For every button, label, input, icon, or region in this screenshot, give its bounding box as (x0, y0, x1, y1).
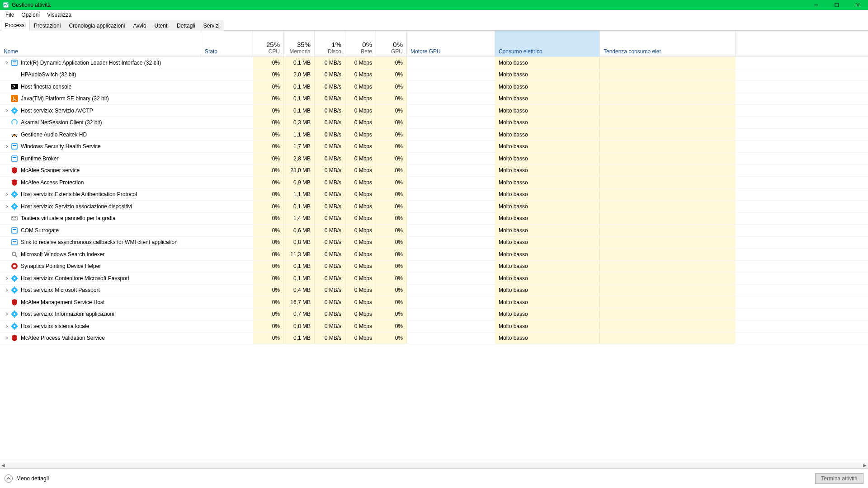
col-header-gpu-engine[interactable]: Motore GPU (407, 31, 495, 56)
svg-point-59 (14, 289, 15, 291)
tab-servizi[interactable]: Servizi (199, 20, 224, 31)
svg-rect-42 (12, 228, 17, 233)
col-header-power[interactable]: Consumo elettrico (495, 31, 600, 56)
expand-icon[interactable] (4, 61, 10, 65)
cell-disk: 0 MB/s (315, 272, 345, 284)
process-name: McAfee Management Service Host (21, 299, 104, 305)
expand-icon[interactable] (4, 145, 10, 148)
menu-options[interactable]: Opzioni (18, 11, 43, 19)
col-header-disk[interactable]: 1%Disco (315, 31, 345, 56)
table-row[interactable]: Host servizio: sistema locale0%0,8 MB0 M… (0, 320, 868, 333)
end-task-button[interactable]: Termina attività (815, 473, 863, 484)
cell-status (201, 333, 253, 344)
minimize-button[interactable] (806, 0, 826, 10)
cell-network: 0 Mbps (345, 201, 376, 212)
cell-cpu: 0% (253, 320, 284, 332)
svg-line-49 (15, 255, 17, 257)
table-row[interactable]: McAfee Process Validation Service0%0,1 M… (0, 333, 868, 345)
table-row[interactable]: Java(TM) Platform SE binary (32 bit)0%0,… (0, 93, 868, 105)
expand-icon[interactable] (4, 336, 10, 340)
maximize-button[interactable] (826, 0, 847, 10)
table-row[interactable]: Akamai NetSession Client (32 bit)0%0,3 M… (0, 117, 868, 129)
table-row[interactable]: Tastiera virtuale e pannello per la graf… (0, 213, 868, 225)
table-row[interactable]: McAfee Management Service Host0%16,7 MB0… (0, 296, 868, 309)
cell-power: Molto basso (495, 272, 600, 284)
cell-disk: 0 MB/s (315, 261, 345, 272)
table-row[interactable]: COM Surrogate0%0,6 MB0 MB/s0 Mbps0%Molto… (0, 225, 868, 237)
tab-utenti[interactable]: Utenti (151, 20, 173, 31)
table-row[interactable]: Gestione Audio Realtek HD0%1,1 MB0 MB/s0… (0, 129, 868, 141)
expand-icon[interactable] (4, 277, 10, 280)
cell-disk: 0 MB/s (315, 213, 345, 225)
fewer-details-button[interactable]: Meno dettagli (5, 474, 49, 483)
cell-disk: 0 MB/s (315, 237, 345, 249)
cell-status (201, 117, 253, 129)
tab-dettagli[interactable]: Dettagli (173, 20, 199, 31)
cell-power: Molto basso (495, 105, 600, 117)
tab-cronologia-applicazioni[interactable]: Cronologia applicazioni (65, 20, 129, 31)
expand-icon[interactable] (4, 324, 10, 328)
table-row[interactable]: Host servizio: Contenitore Microsoft Pas… (0, 272, 868, 285)
process-name: Runtime Broker (21, 155, 58, 162)
menu-view[interactable]: Visualizza (43, 11, 75, 19)
menu-file[interactable]: File (2, 11, 18, 19)
titlebar[interactable]: Gestione attività (0, 0, 868, 10)
cell-status (201, 153, 253, 164)
col-header-power-trend[interactable]: Tendenza consumo elet (600, 31, 736, 56)
cell-power-trend (600, 237, 736, 249)
cell-memory: 0,8 MB (284, 320, 315, 332)
table-row[interactable]: >_Host finestra console0%0,1 MB0 MB/s0 M… (0, 81, 868, 93)
cell-power-trend (600, 201, 736, 212)
table-row[interactable]: Runtime Broker0%2,8 MB0 MB/s0 Mbps0%Molt… (0, 153, 868, 165)
table-row[interactable]: Sink to receive asynchronous callbacks f… (0, 237, 868, 249)
table-row[interactable]: Intel(R) Dynamic Application Loader Host… (0, 57, 868, 69)
table-body[interactable]: Intel(R) Dynamic Application Loader Host… (0, 57, 868, 462)
table-row[interactable]: Host servizio: Microsoft Passport0%0,4 M… (0, 285, 868, 297)
cell-status (201, 189, 253, 201)
cell-status (201, 69, 253, 81)
process-icon (11, 167, 18, 174)
scroll-left-icon[interactable]: ◄ (0, 462, 6, 469)
table-row[interactable]: Host servizio: Informazioni applicazioni… (0, 309, 868, 321)
table-row[interactable]: Host servizio: Servizio associazione dis… (0, 201, 868, 213)
col-header-status[interactable]: Stato (201, 31, 253, 56)
tab-processi[interactable]: Processi (1, 20, 30, 31)
table-row[interactable]: HPAudioSwitch (32 bit)0%2,0 MB0 MB/s0 Mb… (0, 69, 868, 81)
expand-icon[interactable] (4, 288, 10, 292)
tab-avvio[interactable]: Avvio (129, 20, 150, 31)
table-row[interactable]: Microsoft Windows Search Indexer0%11,3 M… (0, 249, 868, 261)
col-header-name[interactable]: Nome (0, 31, 201, 56)
table-row[interactable]: Host servizio: Extensible Authentication… (0, 189, 868, 201)
table-row[interactable]: Windows Security Health Service0%1,7 MB0… (0, 141, 868, 153)
scroll-right-icon[interactable]: ► (862, 462, 868, 469)
col-header-memory[interactable]: 35%Memoria (284, 31, 315, 56)
cell-gpu-engine (407, 261, 495, 272)
tab-prestazioni[interactable]: Prestazioni (30, 20, 65, 31)
table-row[interactable]: McAfee Scanner service0%23,0 MB0 MB/s0 M… (0, 165, 868, 177)
cell-gpu: 0% (376, 69, 407, 81)
cell-power-trend (600, 272, 736, 284)
close-button[interactable] (847, 0, 868, 10)
cell-power: Molto basso (495, 237, 600, 249)
col-header-gpu[interactable]: 0%GPU (376, 31, 407, 56)
expand-icon[interactable] (4, 312, 10, 316)
cell-gpu: 0% (376, 249, 407, 260)
table-row[interactable]: Host servizio: Servizio AVCTP0%0,1 MB0 M… (0, 105, 868, 117)
col-header-network[interactable]: 0%Rete (345, 31, 376, 56)
cell-network: 0 Mbps (345, 129, 376, 141)
svg-point-18 (14, 135, 15, 136)
cell-cpu: 0% (253, 153, 284, 164)
expand-icon[interactable] (4, 192, 10, 196)
cell-power-trend (600, 309, 736, 320)
cell-disk: 0 MB/s (315, 296, 345, 308)
expand-icon[interactable] (4, 109, 10, 113)
process-name: Host servizio: Servizio associazione dis… (21, 203, 132, 210)
svg-point-48 (12, 252, 16, 256)
expand-icon[interactable] (4, 205, 10, 208)
table-row[interactable]: McAfee Access Protection0%0,9 MB0 MB/s0 … (0, 177, 868, 189)
cell-network: 0 Mbps (345, 69, 376, 81)
process-name: Sink to receive asynchronous callbacks f… (21, 239, 178, 245)
table-row[interactable]: Synaptics Pointing Device Helper0%0,1 MB… (0, 261, 868, 273)
col-header-cpu[interactable]: 25%CPU (253, 31, 284, 56)
horizontal-scrollbar[interactable]: ◄ ► (0, 462, 868, 468)
